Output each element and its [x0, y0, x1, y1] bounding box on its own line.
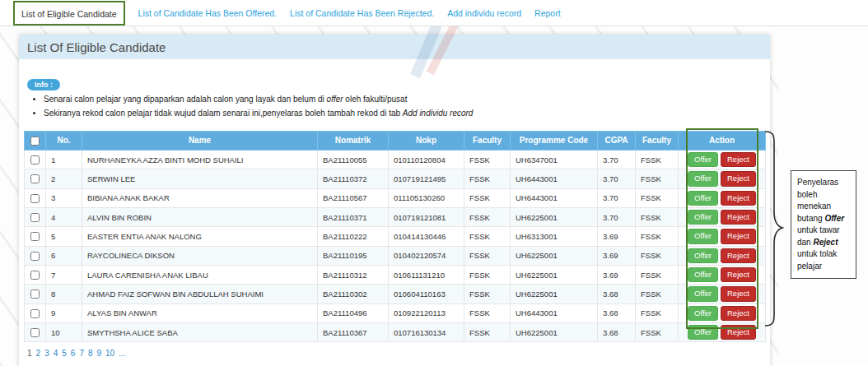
tab-report[interactable]: Report: [534, 8, 561, 18]
page-number[interactable]: 8: [88, 349, 93, 358]
row-checkbox[interactable]: [30, 252, 40, 261]
cell-name: ALVIN BIN ROBIN: [82, 207, 318, 226]
reject-button[interactable]: Reject: [721, 248, 756, 263]
col-header-faculty-2: Faculty: [636, 132, 679, 151]
row-checkbox[interactable]: [30, 174, 40, 183]
row-checkbox[interactable]: [30, 155, 40, 164]
cell-faculty: FSSK: [464, 285, 511, 303]
row-checkbox[interactable]: [30, 194, 40, 203]
tab-list-of-candidate-rejected[interactable]: List of Candidate Has Been Rejected.: [290, 8, 434, 18]
info-section: Info : Senarai calon pelajar yang dipapa…: [19, 76, 770, 119]
reject-button[interactable]: Reject: [721, 171, 756, 186]
row-checkbox[interactable]: [30, 309, 40, 318]
reject-button[interactable]: Reject: [721, 286, 756, 301]
reject-button[interactable]: Reject: [721, 325, 756, 340]
page-number[interactable]: 7: [79, 349, 84, 358]
tab-list-of-eligible-candidate[interactable]: List of Eligible Candidate: [21, 9, 117, 19]
annotation-note: Penyelaras boleh menekan butang Offer un…: [791, 170, 856, 279]
candidates-table: No. Name Nomatrik Nokp Faculty Programme…: [24, 131, 766, 342]
cell-cgpa: 3.68: [598, 285, 636, 303]
cell-no: 2: [46, 169, 82, 188]
offer-button[interactable]: Offer: [688, 171, 718, 186]
reject-button[interactable]: Reject: [721, 191, 756, 206]
cell-faculty: FSSK: [464, 188, 511, 207]
cell-name: NURHANEYKA AZZA BINTI MOHD SUHAILI: [82, 150, 318, 169]
cell-no: 7: [46, 265, 82, 284]
page-number[interactable]: 2: [36, 349, 41, 358]
cell-action: OfferReject: [679, 265, 766, 284]
page-number[interactable]: 1: [27, 349, 32, 358]
row-checkbox[interactable]: [30, 271, 40, 280]
cell-cgpa: 3.68: [598, 322, 636, 341]
row-checkbox[interactable]: [30, 290, 40, 299]
page-number[interactable]: 4: [54, 349, 58, 358]
cell-faculty-2: FSSK: [636, 322, 679, 341]
col-header-name: Name: [82, 132, 318, 151]
table-header-row: No. Name Nomatrik Nokp Faculty Programme…: [25, 132, 766, 151]
cell-nomatrik: BA21110312: [318, 265, 389, 284]
row-checkbox-cell: [25, 207, 46, 226]
info-line-2: Sekiranya rekod calon pelajar tidak wuju…: [44, 108, 770, 120]
page-number[interactable]: 6: [71, 349, 76, 358]
offer-button[interactable]: Offer: [688, 325, 718, 340]
row-checkbox-cell: [25, 227, 46, 246]
row-checkbox[interactable]: [30, 328, 40, 337]
offer-button[interactable]: Offer: [688, 267, 718, 282]
cell-cgpa: 3.68: [598, 303, 636, 322]
cell-faculty-2: FSSK: [636, 169, 679, 188]
cell-faculty: FSSK: [464, 169, 511, 188]
reject-button[interactable]: Reject: [721, 229, 756, 243]
offer-button[interactable]: Offer: [688, 191, 718, 206]
page-number[interactable]: 10: [105, 349, 114, 358]
table-row: 2 SERWIN LEE BA21110372 010719121495 FSS…: [25, 169, 766, 188]
cell-cgpa: 3.70: [598, 150, 636, 169]
cell-programme-code: UH6225001: [511, 322, 598, 341]
offer-button[interactable]: Offer: [688, 306, 718, 321]
cell-nomatrik: BA21110372: [318, 169, 389, 188]
reject-button[interactable]: Reject: [721, 210, 756, 225]
offer-button[interactable]: Offer: [688, 210, 718, 225]
row-checkbox-cell: [25, 265, 46, 284]
cell-nokp: 010922120113: [389, 303, 464, 322]
offer-button[interactable]: Offer: [688, 152, 718, 167]
col-header-faculty: Faculty: [464, 132, 511, 151]
cell-action: OfferReject: [679, 207, 766, 226]
info-line-1: Senarai calon pelajar yang dipaparkan ad…: [44, 94, 770, 106]
offer-button[interactable]: Offer: [688, 229, 718, 243]
reject-button[interactable]: Reject: [721, 267, 756, 282]
cell-nomatrik: BA21110195: [318, 246, 389, 265]
cell-name: ALYAS BIN ANWAR: [82, 303, 318, 322]
row-checkbox-cell: [25, 303, 46, 322]
cell-cgpa: 3.70: [598, 169, 636, 188]
cell-faculty-2: FSSK: [636, 265, 679, 284]
content-card: List Of Eligible Candidate Info : Senara…: [19, 35, 770, 366]
cell-nokp: 010414130446: [389, 227, 464, 246]
reject-button[interactable]: Reject: [721, 306, 756, 321]
offer-button[interactable]: Offer: [688, 248, 718, 263]
offer-button[interactable]: Offer: [688, 286, 718, 301]
info-list: Senarai calon pelajar yang dipaparkan ad…: [44, 94, 770, 119]
cell-action: OfferReject: [679, 188, 766, 207]
select-all-checkbox[interactable]: [30, 137, 40, 146]
table-row: 7 LAURA CARENISHA ANAK LIBAU BA21110312 …: [25, 265, 766, 284]
cell-faculty-2: FSSK: [636, 285, 679, 303]
tab-list-of-candidate-offered[interactable]: List of Candidate Has Been Offered.: [138, 8, 278, 18]
cell-programme-code: UH6225001: [511, 285, 598, 303]
pagination: 12345678910...: [27, 349, 770, 366]
cell-nomatrik: BA21110367: [318, 322, 389, 341]
page-number[interactable]: 9: [97, 349, 102, 358]
table-row: 8 AHMAD FAIZ SOFWAN BIN ABDULLAH SUHAIMI…: [25, 285, 766, 303]
cell-action: OfferReject: [679, 246, 766, 265]
page-number[interactable]: 5: [62, 349, 67, 358]
cell-action: OfferReject: [679, 227, 766, 246]
row-checkbox[interactable]: [30, 213, 40, 222]
cell-programme-code: UH6443001: [511, 188, 598, 207]
tab-add-individu-record[interactable]: Add individu record: [447, 8, 521, 18]
cell-no: 9: [46, 303, 82, 322]
cell-programme-code: UH6225001: [511, 246, 598, 265]
row-checkbox[interactable]: [30, 232, 40, 241]
reject-button[interactable]: Reject: [721, 152, 756, 167]
page-number[interactable]: 3: [44, 349, 49, 358]
row-checkbox-cell: [25, 322, 46, 341]
cell-nokp: 010611131210: [389, 265, 464, 284]
